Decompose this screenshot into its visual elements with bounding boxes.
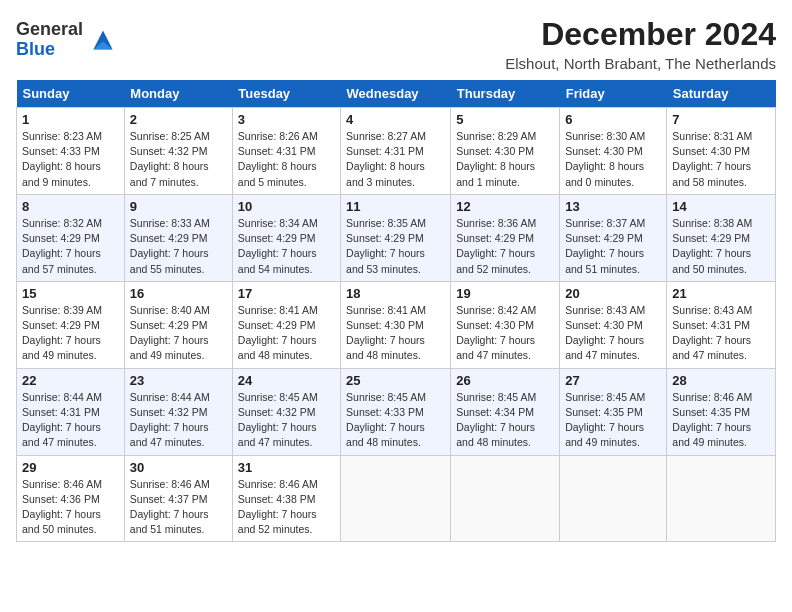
weekday-header-thursday: Thursday	[451, 80, 560, 108]
calendar-cell: 19Sunrise: 8:42 AMSunset: 4:30 PMDayligh…	[451, 281, 560, 368]
calendar-cell: 17Sunrise: 8:41 AMSunset: 4:29 PMDayligh…	[232, 281, 340, 368]
calendar-cell: 8Sunrise: 8:32 AMSunset: 4:29 PMDaylight…	[17, 194, 125, 281]
day-number: 8	[22, 199, 119, 214]
calendar-cell: 24Sunrise: 8:45 AMSunset: 4:32 PMDayligh…	[232, 368, 340, 455]
weekday-header-tuesday: Tuesday	[232, 80, 340, 108]
calendar-cell: 23Sunrise: 8:44 AMSunset: 4:32 PMDayligh…	[124, 368, 232, 455]
calendar-week-row: 22Sunrise: 8:44 AMSunset: 4:31 PMDayligh…	[17, 368, 776, 455]
day-number: 7	[672, 112, 770, 127]
day-detail: Sunrise: 8:46 AMSunset: 4:35 PMDaylight:…	[672, 390, 770, 451]
calendar-week-row: 29Sunrise: 8:46 AMSunset: 4:36 PMDayligh…	[17, 455, 776, 542]
day-detail: Sunrise: 8:33 AMSunset: 4:29 PMDaylight:…	[130, 216, 227, 277]
logo: General Blue	[16, 20, 119, 60]
day-number: 18	[346, 286, 445, 301]
weekday-header-saturday: Saturday	[667, 80, 776, 108]
weekday-header-sunday: Sunday	[17, 80, 125, 108]
calendar-cell: 20Sunrise: 8:43 AMSunset: 4:30 PMDayligh…	[560, 281, 667, 368]
calendar-cell	[341, 455, 451, 542]
day-number: 26	[456, 373, 554, 388]
day-number: 25	[346, 373, 445, 388]
calendar-cell: 7Sunrise: 8:31 AMSunset: 4:30 PMDaylight…	[667, 108, 776, 195]
day-detail: Sunrise: 8:29 AMSunset: 4:30 PMDaylight:…	[456, 129, 554, 190]
day-detail: Sunrise: 8:45 AMSunset: 4:33 PMDaylight:…	[346, 390, 445, 451]
calendar-cell: 28Sunrise: 8:46 AMSunset: 4:35 PMDayligh…	[667, 368, 776, 455]
calendar-cell: 13Sunrise: 8:37 AMSunset: 4:29 PMDayligh…	[560, 194, 667, 281]
day-number: 5	[456, 112, 554, 127]
day-number: 15	[22, 286, 119, 301]
calendar-header-row: SundayMondayTuesdayWednesdayThursdayFrid…	[17, 80, 776, 108]
calendar-cell: 29Sunrise: 8:46 AMSunset: 4:36 PMDayligh…	[17, 455, 125, 542]
day-number: 29	[22, 460, 119, 475]
calendar-cell: 31Sunrise: 8:46 AMSunset: 4:38 PMDayligh…	[232, 455, 340, 542]
day-detail: Sunrise: 8:45 AMSunset: 4:34 PMDaylight:…	[456, 390, 554, 451]
calendar-cell: 21Sunrise: 8:43 AMSunset: 4:31 PMDayligh…	[667, 281, 776, 368]
calendar-cell: 26Sunrise: 8:45 AMSunset: 4:34 PMDayligh…	[451, 368, 560, 455]
day-detail: Sunrise: 8:38 AMSunset: 4:29 PMDaylight:…	[672, 216, 770, 277]
day-detail: Sunrise: 8:25 AMSunset: 4:32 PMDaylight:…	[130, 129, 227, 190]
day-number: 11	[346, 199, 445, 214]
weekday-header-friday: Friday	[560, 80, 667, 108]
day-number: 31	[238, 460, 335, 475]
calendar-cell: 10Sunrise: 8:34 AMSunset: 4:29 PMDayligh…	[232, 194, 340, 281]
calendar-cell: 5Sunrise: 8:29 AMSunset: 4:30 PMDaylight…	[451, 108, 560, 195]
logo-icon	[87, 24, 119, 56]
calendar-cell	[667, 455, 776, 542]
day-detail: Sunrise: 8:39 AMSunset: 4:29 PMDaylight:…	[22, 303, 119, 364]
calendar-cell: 12Sunrise: 8:36 AMSunset: 4:29 PMDayligh…	[451, 194, 560, 281]
calendar-cell: 16Sunrise: 8:40 AMSunset: 4:29 PMDayligh…	[124, 281, 232, 368]
month-year: December 2024	[505, 16, 776, 53]
calendar-week-row: 1Sunrise: 8:23 AMSunset: 4:33 PMDaylight…	[17, 108, 776, 195]
day-detail: Sunrise: 8:32 AMSunset: 4:29 PMDaylight:…	[22, 216, 119, 277]
day-number: 17	[238, 286, 335, 301]
day-number: 30	[130, 460, 227, 475]
calendar-cell: 27Sunrise: 8:45 AMSunset: 4:35 PMDayligh…	[560, 368, 667, 455]
day-detail: Sunrise: 8:26 AMSunset: 4:31 PMDaylight:…	[238, 129, 335, 190]
day-detail: Sunrise: 8:43 AMSunset: 4:31 PMDaylight:…	[672, 303, 770, 364]
page-header: General Blue December 2024 Elshout, Nort…	[16, 16, 776, 72]
calendar-week-row: 15Sunrise: 8:39 AMSunset: 4:29 PMDayligh…	[17, 281, 776, 368]
calendar-cell: 22Sunrise: 8:44 AMSunset: 4:31 PMDayligh…	[17, 368, 125, 455]
day-number: 19	[456, 286, 554, 301]
day-detail: Sunrise: 8:27 AMSunset: 4:31 PMDaylight:…	[346, 129, 445, 190]
calendar-cell	[560, 455, 667, 542]
day-detail: Sunrise: 8:41 AMSunset: 4:29 PMDaylight:…	[238, 303, 335, 364]
calendar-cell: 1Sunrise: 8:23 AMSunset: 4:33 PMDaylight…	[17, 108, 125, 195]
day-number: 2	[130, 112, 227, 127]
calendar-cell	[451, 455, 560, 542]
day-detail: Sunrise: 8:40 AMSunset: 4:29 PMDaylight:…	[130, 303, 227, 364]
location: Elshout, North Brabant, The Netherlands	[505, 55, 776, 72]
calendar-cell: 18Sunrise: 8:41 AMSunset: 4:30 PMDayligh…	[341, 281, 451, 368]
calendar-cell: 14Sunrise: 8:38 AMSunset: 4:29 PMDayligh…	[667, 194, 776, 281]
calendar-cell: 3Sunrise: 8:26 AMSunset: 4:31 PMDaylight…	[232, 108, 340, 195]
logo-text: General Blue	[16, 20, 83, 60]
day-detail: Sunrise: 8:35 AMSunset: 4:29 PMDaylight:…	[346, 216, 445, 277]
day-detail: Sunrise: 8:45 AMSunset: 4:35 PMDaylight:…	[565, 390, 661, 451]
day-number: 22	[22, 373, 119, 388]
day-number: 9	[130, 199, 227, 214]
day-number: 20	[565, 286, 661, 301]
calendar-cell: 6Sunrise: 8:30 AMSunset: 4:30 PMDaylight…	[560, 108, 667, 195]
day-number: 28	[672, 373, 770, 388]
calendar-cell: 9Sunrise: 8:33 AMSunset: 4:29 PMDaylight…	[124, 194, 232, 281]
day-number: 16	[130, 286, 227, 301]
day-number: 4	[346, 112, 445, 127]
day-detail: Sunrise: 8:46 AMSunset: 4:36 PMDaylight:…	[22, 477, 119, 538]
weekday-header-monday: Monday	[124, 80, 232, 108]
day-number: 14	[672, 199, 770, 214]
calendar-cell: 4Sunrise: 8:27 AMSunset: 4:31 PMDaylight…	[341, 108, 451, 195]
day-detail: Sunrise: 8:31 AMSunset: 4:30 PMDaylight:…	[672, 129, 770, 190]
calendar-cell: 11Sunrise: 8:35 AMSunset: 4:29 PMDayligh…	[341, 194, 451, 281]
day-detail: Sunrise: 8:44 AMSunset: 4:31 PMDaylight:…	[22, 390, 119, 451]
day-detail: Sunrise: 8:23 AMSunset: 4:33 PMDaylight:…	[22, 129, 119, 190]
day-detail: Sunrise: 8:36 AMSunset: 4:29 PMDaylight:…	[456, 216, 554, 277]
calendar-cell: 2Sunrise: 8:25 AMSunset: 4:32 PMDaylight…	[124, 108, 232, 195]
calendar-cell: 30Sunrise: 8:46 AMSunset: 4:37 PMDayligh…	[124, 455, 232, 542]
day-number: 10	[238, 199, 335, 214]
day-detail: Sunrise: 8:44 AMSunset: 4:32 PMDaylight:…	[130, 390, 227, 451]
day-detail: Sunrise: 8:45 AMSunset: 4:32 PMDaylight:…	[238, 390, 335, 451]
day-detail: Sunrise: 8:42 AMSunset: 4:30 PMDaylight:…	[456, 303, 554, 364]
day-detail: Sunrise: 8:37 AMSunset: 4:29 PMDaylight:…	[565, 216, 661, 277]
day-number: 21	[672, 286, 770, 301]
day-detail: Sunrise: 8:34 AMSunset: 4:29 PMDaylight:…	[238, 216, 335, 277]
day-number: 13	[565, 199, 661, 214]
